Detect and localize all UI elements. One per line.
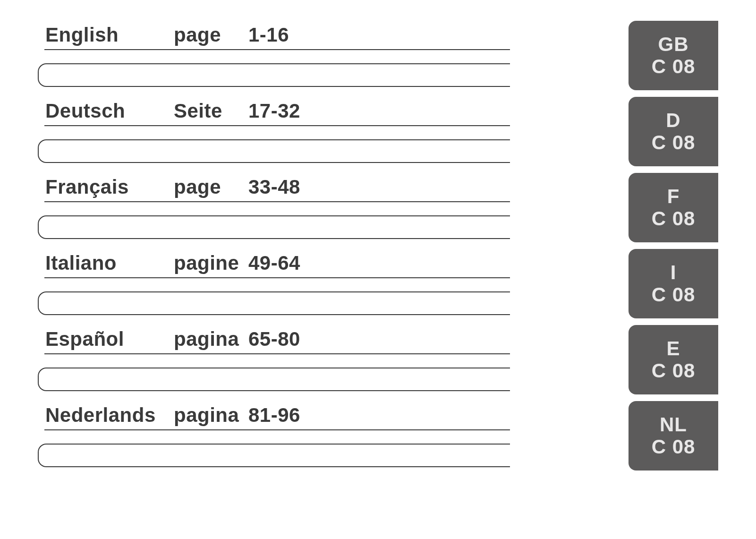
underline-rule: [44, 201, 510, 202]
page-word-label: pagina: [174, 404, 248, 427]
language-label: Français: [45, 176, 174, 198]
tab-code: F: [667, 186, 680, 207]
tab-sub: C 08: [652, 56, 696, 77]
tab-sub: C 08: [652, 360, 696, 382]
language-label: Español: [45, 328, 174, 351]
page-range-label: 65-80: [248, 328, 300, 351]
tab-code: I: [671, 262, 677, 283]
underline-rule: [44, 277, 510, 278]
tab-code: D: [666, 110, 680, 131]
page-word-label: page: [174, 176, 248, 198]
page-word-label: Seite: [174, 100, 248, 122]
underline-rule: [44, 353, 510, 354]
page-word-label: pagina: [174, 328, 248, 351]
connector-bar: [38, 444, 510, 467]
page-word-label: pagine: [174, 252, 248, 274]
page-range-label: 1-16: [248, 24, 289, 46]
tab-sub: C 08: [652, 132, 696, 154]
language-label: Italiano: [45, 252, 174, 274]
entry-text-row: Español pagina 65-80: [38, 325, 718, 351]
entry-text-row: Italiano pagine 49-64: [38, 249, 718, 274]
entry-text-row: Deutsch Seite 17-32: [38, 97, 718, 122]
tab-d: D C 08: [629, 97, 718, 166]
connector-bar: [38, 215, 510, 239]
tab-e: E C 08: [629, 325, 718, 394]
entry-italiano: Italiano pagine 49-64 I C 08: [38, 249, 718, 318]
tab-code: GB: [658, 34, 689, 55]
page-word-label: page: [174, 24, 248, 46]
tab-nl: NL C 08: [629, 401, 718, 471]
tab-sub: C 08: [652, 208, 696, 230]
underline-rule: [44, 125, 510, 126]
connector-bar: [38, 368, 510, 391]
page-range-label: 33-48: [248, 176, 300, 198]
page-range-label: 81-96: [248, 404, 300, 427]
tab-code: E: [666, 338, 680, 359]
page-range-label: 17-32: [248, 100, 300, 122]
tab-f: F C 08: [629, 173, 718, 242]
language-label: English: [45, 24, 174, 46]
entry-text-row: Français page 33-48: [38, 173, 718, 198]
tab-gb: GB C 08: [629, 21, 718, 90]
connector-bar: [38, 139, 510, 163]
page-range-label: 49-64: [248, 252, 300, 274]
entry-espanol: Español pagina 65-80 E C 08: [38, 325, 718, 394]
entry-francais: Français page 33-48 F C 08: [38, 173, 718, 242]
tab-sub: C 08: [652, 284, 696, 306]
language-index: English page 1-16 GB C 08 Deutsch Seite …: [38, 21, 718, 471]
language-label: Nederlands: [45, 404, 174, 427]
underline-rule: [44, 49, 510, 50]
connector-bar: [38, 291, 510, 315]
language-label: Deutsch: [45, 100, 174, 122]
tab-i: I C 08: [629, 249, 718, 318]
entry-deutsch: Deutsch Seite 17-32 D C 08: [38, 97, 718, 166]
connector-bar: [38, 63, 510, 87]
entry-nederlands: Nederlands pagina 81-96 NL C 08: [38, 401, 718, 471]
entry-english: English page 1-16 GB C 08: [38, 21, 718, 90]
tab-sub: C 08: [652, 436, 696, 458]
tab-code: NL: [660, 414, 687, 436]
entry-text-row: English page 1-16: [38, 21, 718, 46]
entry-text-row: Nederlands pagina 81-96: [38, 401, 718, 427]
underline-rule: [44, 429, 510, 430]
